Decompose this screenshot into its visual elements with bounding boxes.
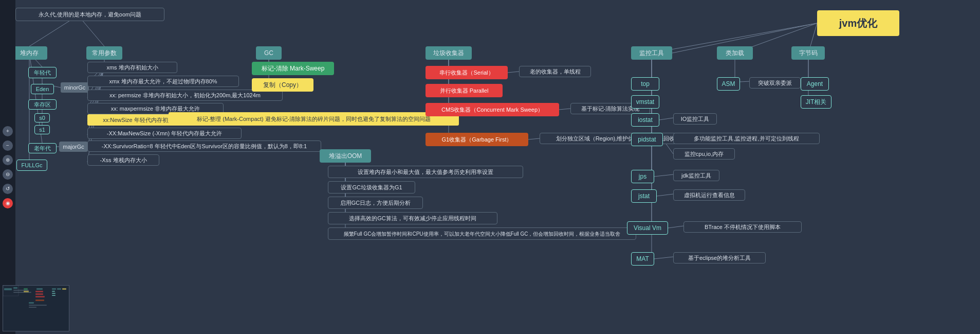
svg-line-51 (668, 226, 683, 228)
jps-node: jps (631, 170, 654, 183)
svg-rect-58 (3, 286, 69, 331)
minimap (3, 285, 69, 331)
collapse-icon[interactable]: ⊖ (3, 169, 13, 180)
io-monitor-node: IO监控工具 (673, 113, 717, 125)
bytecode-node: 字节码 (791, 46, 825, 60)
parallel-node: 并行收集器 Parallel (426, 84, 503, 97)
xx-maxnewsize-node: -XX:MaxNewSize (-Xmn) 年轻代内存最大允许 (87, 128, 242, 139)
jstat-desc-node: 虚拟机运行查看信息 (673, 189, 745, 201)
svg-rect-74 (52, 291, 55, 292)
svg-rect-69 (35, 300, 44, 301)
minimap-content (3, 286, 69, 331)
zoom-out-icon[interactable]: − (3, 140, 13, 151)
oom1-node: 设置堆内存最小和最大值，最大值参考历史利用率设置 (328, 166, 523, 178)
garbage-collector-node: 垃圾收集器 (426, 46, 472, 60)
oom5-node: 频繁Full GC会增加暂停时间和CPU使用率，可以加大老年代空间大小降低Ful… (328, 227, 636, 240)
double-parents-node: 突破双亲委派 (749, 77, 801, 89)
oom3-node: 启用GC日志，方便后期分析 (328, 197, 423, 209)
svg-rect-77 (57, 288, 61, 290)
eden-node: Eden (31, 84, 54, 94)
svg-rect-66 (35, 291, 43, 292)
jstat-node: jstat (631, 189, 657, 203)
svg-line-42 (659, 118, 673, 120)
svg-rect-63 (24, 288, 28, 290)
svg-rect-73 (52, 288, 56, 290)
monitor-node: 监控工具 (631, 46, 672, 60)
mind-map-canvas: jvm优化 永久代,使用的是本地内存，避免oom问题 堆内存 年轻代 Eden … (0, 0, 980, 334)
svg-rect-75 (52, 293, 56, 294)
expand-icon[interactable]: ⊕ (3, 155, 13, 165)
mat-node: MAT (631, 252, 654, 266)
svg-rect-78 (62, 288, 66, 290)
eye-icon[interactable]: ◉ (3, 198, 13, 208)
svg-line-32 (559, 109, 570, 110)
jvm-title-node: jvm优化 (817, 10, 899, 36)
xx-survivor-node: -XX:SurvivorRatio=8 年轻代中Eden区与Survivor区的… (87, 140, 321, 152)
xmx-node: xmx 堆内存最大允许，不超过物理内存80% (87, 76, 239, 87)
minor-gc-node: minorGc (61, 82, 89, 93)
serial-desc-node: 老的收集器，单线程 (519, 66, 591, 77)
cms-node: CMS收集器（Concurrent Mark Sweep） (426, 103, 559, 116)
svg-rect-70 (29, 302, 34, 304)
xms-node: xms 堆内存初始大小 (87, 62, 177, 73)
old-node: 老年代 (28, 143, 57, 153)
top-node: top (631, 77, 659, 91)
heap-node: 堆内存 (11, 46, 47, 60)
serial-node: 串行收集器（Serial） (426, 66, 508, 79)
svg-line-33 (528, 138, 540, 139)
jps-desc-node: jdk监控工具 (673, 170, 719, 181)
vmstat-node: vmstat (631, 95, 659, 109)
class-loader-node: 类加载 (717, 46, 753, 60)
jit-node: JIT相关 (801, 95, 831, 109)
mat-desc-node: 基于eclipse的堆分析工具 (673, 252, 766, 263)
svg-rect-76 (52, 295, 56, 296)
svg-line-47 (654, 174, 673, 177)
svg-line-49 (657, 194, 673, 196)
common-params-node: 常用参数 (86, 46, 122, 60)
zoom-in-icon[interactable]: + (3, 126, 13, 136)
s1-node: s1 (34, 125, 50, 134)
pidstat-desc-node: 多功能监控工具,监控进程,并可定位到线程 (673, 133, 820, 144)
svg-rect-72 (29, 307, 36, 308)
svg-rect-61 (13, 290, 29, 291)
svg-rect-71 (29, 305, 47, 306)
gc-node: GC (256, 46, 282, 60)
iostat-node: iostat (631, 113, 659, 127)
svg-rect-65 (36, 288, 43, 290)
reset-icon[interactable]: ↺ (3, 184, 13, 194)
svg-rect-60 (13, 287, 17, 289)
svg-line-31 (508, 72, 519, 73)
pidstat-node: pidstat (631, 133, 663, 146)
s0-node: s0 (34, 113, 50, 122)
full-gc-node: FULLGc (16, 160, 47, 171)
xss-node: -Xss 堆栈内存大小 (87, 154, 159, 166)
oom2-node: 设置GC垃圾收集器为G1 (328, 181, 415, 194)
svg-rect-68 (35, 296, 45, 297)
asm-node: ASM (717, 77, 740, 91)
oom-node: 堆溢出OOM (320, 149, 371, 163)
oom4-node: 选择高效的GC算法，可有效减少停止应用线程时间 (328, 212, 497, 224)
major-gc-node: majorGc (59, 142, 88, 152)
g1-node: G1收集器（Garbage First） (426, 133, 528, 146)
svg-rect-59 (4, 288, 12, 290)
agent-node: Agent (801, 77, 829, 91)
g1-desc-node: 划分独立区域（Region),维护优先列表,优先回收 (540, 133, 691, 144)
visual-vm-node: Visual Vm (627, 221, 668, 235)
svg-rect-67 (35, 293, 43, 295)
permanent-note: 永久代,使用的是本地内存，避免oom问题 (15, 8, 164, 21)
mark-sweep-node: 标记-清除 Mark-Sweep (252, 62, 334, 75)
svg-line-53 (654, 257, 673, 259)
mark-compact-node: 标记-整理 (Mark-Compact) 避免标记-清除算法的碎片问题，同时也避… (169, 112, 459, 126)
young-node: 年轻代 (28, 67, 57, 78)
survivor-node: 幸存区 (28, 99, 57, 110)
svg-rect-64 (24, 291, 29, 292)
left-panel: + − ⊕ ⊖ ↺ ◉ (0, 0, 15, 334)
btrace-node: BTrace 不停机情况下使用脚本 (683, 221, 802, 233)
monitor-cpu-node: 监控cpu,io,内存 (673, 148, 735, 160)
copy-node: 复制（Copy） (252, 78, 313, 92)
